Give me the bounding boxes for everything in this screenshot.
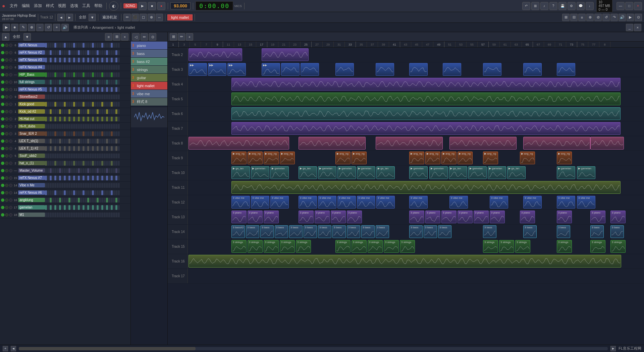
step-18-30[interactable] [115,176,117,180]
step-7-17[interactable] [85,95,87,99]
step-19-5[interactable] [57,183,59,188]
step-17-21[interactable] [94,168,96,173]
step-0-10[interactable] [68,43,70,48]
step-4-15[interactable] [80,72,82,77]
step-17-1[interactable] [47,168,49,173]
clip-13-9[interactable]: 3 strings [400,240,415,253]
ch-rack-tool6[interactable]: ⌖ [53,24,60,31]
ch-name-23[interactable]: M1 [18,213,45,217]
step-13-25[interactable] [104,139,106,143]
step-14-28[interactable] [111,146,113,151]
ch-solo-7[interactable] [9,95,12,99]
pattern-item-1[interactable]: 3bass [131,50,167,58]
step-5-4[interactable] [54,80,56,84]
step-12-10[interactable] [68,131,70,136]
step-23-16[interactable] [83,213,85,217]
step-8-5[interactable] [57,102,59,107]
clip-8-6[interactable]: ▶ gamelan [357,166,375,179]
clip-12-14[interactable]: 3 bass [483,225,496,238]
clip-1-4[interactable] [281,63,300,76]
step-1-8[interactable] [64,50,66,55]
next-pattern-button[interactable]: ► [66,14,73,21]
step-5-24[interactable] [101,80,103,84]
step-10-23[interactable] [99,117,101,121]
step-23-17[interactable] [85,213,87,217]
clip-8-14[interactable]: ▶ gamelan [557,166,575,179]
step-0-28[interactable] [111,43,113,48]
step-20-6[interactable] [59,190,61,195]
track-content-6[interactable] [188,136,644,151]
ch-mute-23[interactable] [5,213,8,217]
clip-12-4[interactable]: 3 bass [289,225,303,238]
step-2-9[interactable] [66,58,68,62]
step-4-19[interactable] [90,72,92,77]
step-2-28[interactable] [111,58,113,62]
step-23-13[interactable] [75,213,77,217]
ch-name-12[interactable]: Snar_IER 2 [18,131,45,136]
step-5-28[interactable] [111,80,113,84]
step-15-22[interactable] [97,154,99,158]
step-23-29[interactable] [113,213,115,217]
menu-tools[interactable]: 工具 [80,2,92,9]
step-17-9[interactable] [66,168,68,173]
step-6-19[interactable] [90,87,92,92]
step-3-31[interactable] [118,65,120,70]
step-17-26[interactable] [106,168,108,173]
track-content-9[interactable] [188,180,644,195]
step-16-20[interactable] [92,161,94,166]
clip-10-3[interactable]: 3 vibe me [299,196,317,209]
step-16-6[interactable] [59,161,61,166]
step-13-2[interactable] [50,139,52,143]
step-22-1[interactable] [47,205,49,210]
step-9-25[interactable] [104,109,106,114]
pattern-item-6[interactable]: 3vibe me [131,90,167,98]
ch-name-15[interactable]: SsoF_ubb2 [18,154,45,158]
step-1-18[interactable] [87,50,89,55]
clip-10-8[interactable]: 3 vibe me [409,196,428,209]
pattern-item-4[interactable]: 3guitar [131,74,167,82]
step-18-2[interactable] [50,176,52,180]
step-0-6[interactable] [59,43,61,48]
clip-0-0[interactable] [189,48,242,61]
step-22-22[interactable] [97,205,99,210]
step-20-14[interactable] [78,190,80,195]
ch-mute-5[interactable] [5,80,8,84]
step-7-13[interactable] [75,95,77,99]
clip-12-12[interactable]: 3 bass [424,225,437,238]
ch-solo-19[interactable] [9,184,12,187]
ch-name-21[interactable]: angklung [18,198,45,202]
step-17-3[interactable] [52,168,54,173]
step-1-0[interactable] [45,50,47,55]
cr-nav-down[interactable]: ▼ [23,33,31,41]
step-6-25[interactable] [104,87,106,92]
step-21-2[interactable] [50,198,52,202]
step-2-4[interactable] [54,58,56,62]
step-10-4[interactable] [54,117,56,121]
step-6-15[interactable] [80,87,82,92]
step-21-1[interactable] [47,198,49,202]
step-20-4[interactable] [54,190,56,195]
ch-solo-16[interactable] [9,162,12,165]
filter-dropdown[interactable]: ▼ [89,14,96,21]
step-11-30[interactable] [115,124,117,129]
step-4-24[interactable] [101,72,103,77]
step-16-18[interactable] [87,161,89,166]
step-23-3[interactable] [52,213,54,217]
step-1-20[interactable] [92,50,94,55]
step-22-14[interactable] [78,205,80,210]
step-0-2[interactable] [50,43,52,48]
track-content-7[interactable]: ▶ ang_ng ▶ ang_ng ▶ ang_ng ▶ ang_ng ▶ an… [188,151,644,165]
clip-11-11[interactable]: 3 piano [474,211,489,223]
step-11-3[interactable] [52,124,54,129]
step-18-19[interactable] [90,176,92,180]
clip-10-4[interactable]: 3 vibe me [318,196,336,209]
clip-6-4[interactable] [523,137,590,150]
step-0-21[interactable] [94,43,96,48]
step-11-2[interactable] [50,124,52,129]
step-22-30[interactable] [115,205,117,210]
step-20-26[interactable] [106,190,108,195]
ch-rack-tool7[interactable]: 🔊 [61,24,69,31]
step-12-8[interactable] [64,131,66,136]
ch-rack-tool3[interactable]: ⊕ [28,24,35,31]
step-2-10[interactable] [68,58,70,62]
